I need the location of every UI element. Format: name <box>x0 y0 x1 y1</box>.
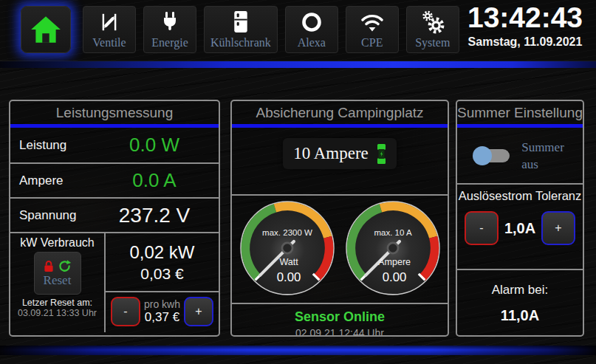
fuse-panel-accent <box>232 124 448 128</box>
ampere-gauge-value: 0.00 <box>382 270 406 284</box>
top-blue-divider <box>0 61 596 68</box>
fridge-icon <box>233 8 249 35</box>
buzzer-panel: Summer Einstellung Summer aus Auslösestr… <box>456 100 584 337</box>
tolerance-plus-button[interactable]: + <box>541 211 575 245</box>
spannung-value: 237.2 V <box>90 204 219 227</box>
lock-icon <box>44 260 54 272</box>
gears-icon <box>420 8 445 35</box>
tolerance-section: Auslösestrom Toleranz - 1,0A + <box>457 183 583 269</box>
clock: 13:42:43 Samstag, 11.09.2021 <box>458 1 592 49</box>
nav-label-alexa: Alexa <box>298 35 326 50</box>
per-kwh-minus-button[interactable]: - <box>111 297 140 326</box>
watt-gauge-unit: Watt <box>279 257 298 267</box>
fuse-panel-title: Absicherung Campingplatz <box>232 101 448 124</box>
consumption-section: kW Verbrauch Reset Letzer Rese <box>10 232 219 332</box>
consumption-left: kW Verbrauch Reset Letzer Rese <box>10 233 106 332</box>
spannung-label: Spannung <box>19 208 90 223</box>
per-kwh-label: pro kwh <box>144 298 180 310</box>
tolerance-minus-button[interactable]: - <box>465 211 499 245</box>
nav-label-cpe: CPE <box>361 35 383 50</box>
sensor-status: Sensor Online <box>232 309 448 325</box>
topbar-nav: Ventile Energie <box>83 6 459 53</box>
fuse-icon <box>377 144 386 164</box>
fuse-rating-label: 10 Ampere <box>293 144 369 163</box>
tolerance-stepper-row: - 1,0A + <box>457 211 583 245</box>
bottom-blue-divider <box>0 346 596 355</box>
row-leistung: Leistung 0.0 W <box>10 128 219 162</box>
per-kwh-value: 0,37 € <box>144 310 180 325</box>
alexa-icon <box>301 8 323 35</box>
nav-button-system[interactable]: System <box>406 6 459 53</box>
sensor-status-time: 02.09.21 12:44 Uhr <box>232 327 448 337</box>
power-panel-title: Leistungsmessung <box>10 101 219 124</box>
ampere-gauge-max: max. 10 A <box>374 228 412 237</box>
buzzer-toggle-label-1: Summer <box>521 139 564 156</box>
plug-icon <box>160 8 179 35</box>
topbar: Ventile Energie <box>0 0 596 61</box>
clock-time: 13:42:43 <box>458 1 592 35</box>
home-icon <box>30 15 62 44</box>
nav-label-system: System <box>415 35 450 50</box>
watt-gauge-max: max. 2300 W <box>262 228 312 237</box>
ampere-gauge: max. 10 A Ampere 0.00 <box>345 200 441 296</box>
nav-button-ventile[interactable]: Ventile <box>83 6 136 53</box>
dashboard-screen: Ventile Energie <box>0 0 596 364</box>
buzzer-toggle-section: Summer aus <box>457 128 583 183</box>
valve-icon <box>99 8 120 35</box>
nav-button-kuehlschrank[interactable]: Kühlschrank <box>204 6 278 53</box>
nav-label-energie: Energie <box>151 35 188 50</box>
buzzer-toggle[interactable] <box>476 149 510 162</box>
last-reset-label: Letzer Reset am: <box>22 298 92 308</box>
cost-value: 0,03 € <box>140 265 183 283</box>
per-kwh-row: - pro kwh 0,37 € + <box>106 292 219 331</box>
leistung-label: Leistung <box>19 138 90 153</box>
nav-button-energie[interactable]: Energie <box>143 6 196 53</box>
watt-gauge-value: 0.00 <box>276 270 301 284</box>
kw-verbrauch-label: kW Verbrauch <box>20 236 94 250</box>
power-measurement-panel: Leistungsmessung Leistung 0.0 W Ampere 0… <box>9 100 220 337</box>
row-ampere: Ampere 0.0 A <box>10 162 219 197</box>
row-spannung: Spannung 237.2 V <box>10 197 219 232</box>
sensor-status-block: Sensor Online 02.09.21 12:44 Uhr <box>232 303 448 337</box>
buzzer-toggle-labels: Summer aus <box>521 139 564 173</box>
per-kwh-display: pro kwh 0,37 € <box>144 298 180 325</box>
fuse-panel: Absicherung Campingplatz 10 Ampere <box>230 100 449 337</box>
ampere-value: 0.0 A <box>90 169 219 192</box>
buzzer-panel-title: Summer Einstellung <box>457 101 583 124</box>
reset-button[interactable]: Reset <box>34 252 81 295</box>
nav-button-cpe[interactable]: CPE <box>346 6 399 53</box>
nav-label-kuehlschrank: Kühlschrank <box>210 35 271 50</box>
fuse-rating-button[interactable]: 10 Ampere <box>283 138 397 169</box>
reset-icons <box>44 259 72 273</box>
consumption-values: 0,02 kW 0,03 € <box>106 233 219 292</box>
nav-button-alexa[interactable]: Alexa <box>285 6 338 53</box>
kw-consumed-value: 0,02 kW <box>129 242 194 263</box>
home-button[interactable] <box>21 6 71 53</box>
leistung-value: 0.0 W <box>90 134 219 157</box>
reset-button-label: Reset <box>44 273 72 287</box>
alarm-section: Alarm bei: 11,0A <box>457 269 583 337</box>
alarm-value: 11,0A <box>457 307 583 324</box>
refresh-icon <box>58 259 72 273</box>
buzzer-toggle-label-2: aus <box>521 156 564 173</box>
clock-date: Samstag, 11.09.2021 <box>458 35 592 49</box>
tolerance-label: Auslösestrom Toleranz <box>457 189 583 203</box>
consumption-right: 0,02 kW 0,03 € - pro kwh 0,37 € + <box>106 233 219 332</box>
buzzer-toggle-knob[interactable] <box>473 146 492 165</box>
watt-gauge: max. 2300 W Watt 0.00 <box>239 200 335 296</box>
last-reset-time: 03.09.21 13:33 Uhr <box>18 308 97 318</box>
ampere-label: Ampere <box>19 174 90 188</box>
nav-label-ventile: Ventile <box>92 35 126 50</box>
gauges-row: max. 2300 W Watt 0.00 <box>232 196 448 303</box>
wifi-icon <box>360 8 385 35</box>
tolerance-value: 1,0A <box>504 220 535 237</box>
per-kwh-plus-button[interactable]: + <box>184 297 213 326</box>
fuse-button-area: 10 Ampere <box>232 138 448 194</box>
ampere-gauge-unit: Ampere <box>378 257 411 267</box>
alarm-label: Alarm bei: <box>457 283 583 298</box>
